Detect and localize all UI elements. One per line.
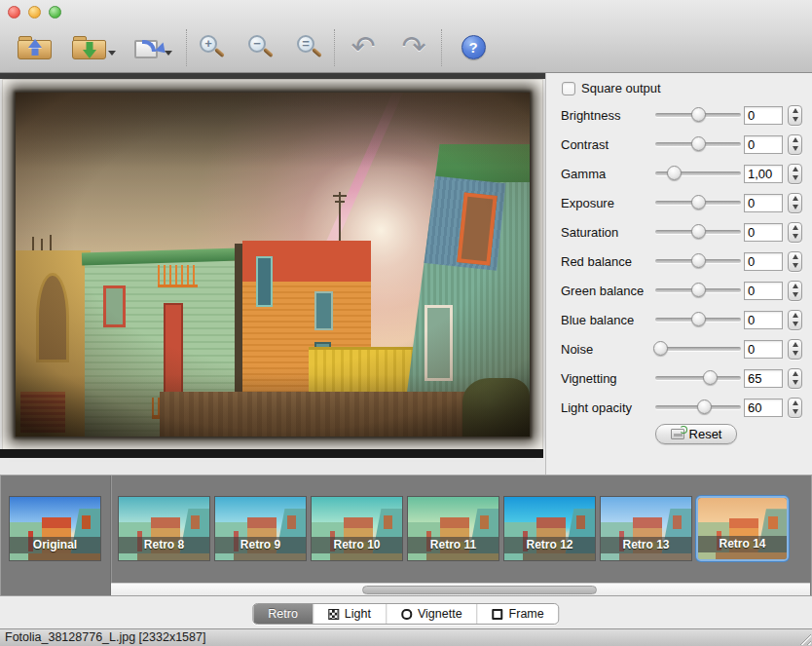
thumbnail-retro-12[interactable]: Retro 12	[503, 496, 596, 561]
thumbnail-retro-14[interactable]: Retro 14	[696, 496, 789, 561]
filter-tab-bar: Retro Light Vignette Frame	[0, 596, 812, 628]
saturation-label: Saturation	[561, 225, 618, 240]
blue-balance-slider[interactable]	[653, 312, 743, 327]
red-balance-label: Red balance	[561, 254, 632, 269]
save-button[interactable]	[68, 25, 111, 68]
slider-knob[interactable]	[691, 136, 706, 151]
brightness-slider[interactable]	[653, 107, 743, 123]
exposure-value-field[interactable]	[744, 194, 783, 212]
export-button[interactable]	[129, 25, 171, 68]
open-folder-icon	[18, 32, 53, 61]
open-button[interactable]	[14, 25, 56, 68]
reset-icon	[671, 429, 684, 439]
toolbar-separator	[441, 29, 442, 66]
close-button[interactable]	[8, 6, 20, 19]
green-balance-value-field[interactable]	[744, 282, 783, 300]
gamma-stepper[interactable]	[788, 164, 802, 184]
zoom-in-button[interactable]: +	[195, 25, 228, 68]
green-balance-label: Green balance	[561, 284, 644, 298]
thumbnail-original[interactable]: Original	[9, 496, 101, 561]
adjustments-panel: Square output Brightness Contrast Gamma	[545, 73, 812, 475]
slider-knob[interactable]	[691, 283, 706, 297]
save-folder-icon	[72, 32, 107, 61]
red-balance-value-field[interactable]	[744, 252, 783, 271]
slider-knob[interactable]	[697, 399, 712, 414]
export-dropdown-caret	[165, 51, 172, 56]
slider-knob[interactable]	[691, 253, 706, 268]
thumbnail-retro-11[interactable]: Retro 11	[407, 496, 499, 561]
thumbnail-scrollbar-thumb[interactable]	[362, 586, 597, 594]
green-balance-stepper[interactable]	[788, 281, 802, 301]
gamma-slider[interactable]	[653, 166, 743, 181]
brightness-row: Brightness	[546, 100, 812, 130]
rounded-square-icon	[401, 609, 412, 620]
noise-label: Noise	[561, 342, 593, 357]
brightness-label: Brightness	[561, 108, 620, 123]
image-preview-area	[0, 79, 545, 475]
undo-button[interactable]: ↶	[345, 25, 382, 68]
saturation-value-field[interactable]	[744, 223, 783, 242]
blue-balance-stepper[interactable]	[788, 310, 802, 330]
light-opacity-stepper[interactable]	[788, 398, 802, 418]
light-opacity-label: Light opacity	[561, 400, 632, 415]
contrast-label: Contrast	[561, 137, 609, 152]
thumbnail-scrollbar-track[interactable]	[111, 583, 810, 595]
contrast-slider[interactable]	[653, 136, 743, 152]
reset-label: Reset	[689, 427, 722, 441]
gamma-value-field[interactable]	[744, 165, 783, 183]
preview-bottom-border	[0, 449, 543, 458]
slider-knob[interactable]	[691, 312, 706, 326]
tab-frame[interactable]: Frame	[477, 604, 559, 624]
slider-knob[interactable]	[653, 341, 668, 356]
vignetting-value-field[interactable]	[744, 369, 783, 388]
exposure-slider[interactable]	[653, 195, 743, 210]
brightness-stepper[interactable]	[788, 105, 802, 126]
reset-button[interactable]: Reset	[655, 424, 737, 444]
slider-knob[interactable]	[691, 195, 706, 209]
tab-retro[interactable]: Retro	[253, 604, 313, 624]
blue-balance-value-field[interactable]	[744, 311, 783, 329]
noise-value-field[interactable]	[744, 340, 783, 359]
slider-knob[interactable]	[667, 166, 682, 180]
thumbnail-retro-10[interactable]: Retro 10	[311, 496, 403, 561]
photo-canvas	[16, 93, 530, 437]
light-opacity-value-field[interactable]	[744, 399, 783, 417]
toolbar: + − = ↶ ↷ ?	[0, 23, 812, 72]
green-balance-slider[interactable]	[653, 283, 743, 298]
red-balance-slider[interactable]	[653, 253, 743, 269]
strip-divider	[111, 475, 112, 595]
slider-knob[interactable]	[691, 107, 706, 122]
brightness-value-field[interactable]	[744, 106, 783, 125]
status-bar: Fotolia_38128776_L.jpg [2332x1587]	[0, 628, 812, 646]
thumbnail-retro-9[interactable]: Retro 9	[214, 496, 307, 561]
thumbnail-retro-13[interactable]: Retro 13	[600, 496, 692, 561]
zoom-out-button[interactable]: −	[243, 25, 277, 68]
square-icon	[493, 609, 503, 620]
slider-knob[interactable]	[691, 224, 706, 239]
vignetting-label: Vignetting	[561, 371, 617, 386]
contrast-stepper[interactable]	[788, 134, 802, 155]
resize-grip[interactable]	[796, 630, 811, 645]
help-button[interactable]: ?	[456, 25, 491, 68]
minimize-button[interactable]	[28, 6, 41, 19]
saturation-stepper[interactable]	[788, 222, 802, 243]
noise-slider[interactable]	[653, 341, 743, 357]
vignetting-slider[interactable]	[653, 370, 743, 386]
thumbnail-retro-8[interactable]: Retro 8	[118, 496, 210, 561]
square-output-checkbox[interactable]	[562, 82, 575, 95]
tab-light[interactable]: Light	[313, 604, 386, 624]
light-opacity-slider[interactable]	[653, 399, 743, 415]
zoom-out-icon: −	[246, 32, 274, 61]
red-balance-stepper[interactable]	[788, 251, 802, 272]
saturation-slider[interactable]	[653, 224, 743, 240]
exposure-stepper[interactable]	[788, 193, 802, 213]
slider-knob[interactable]	[703, 370, 718, 385]
zoom-window-button[interactable]	[49, 6, 61, 19]
redo-button[interactable]: ↷	[395, 25, 432, 68]
contrast-value-field[interactable]	[744, 135, 783, 154]
zoom-actual-button[interactable]: =	[292, 25, 325, 68]
vignetting-stepper[interactable]	[788, 368, 802, 389]
tab-vignette[interactable]: Vignette	[386, 604, 477, 624]
noise-stepper[interactable]	[788, 339, 802, 360]
exposure-label: Exposure	[561, 196, 614, 210]
